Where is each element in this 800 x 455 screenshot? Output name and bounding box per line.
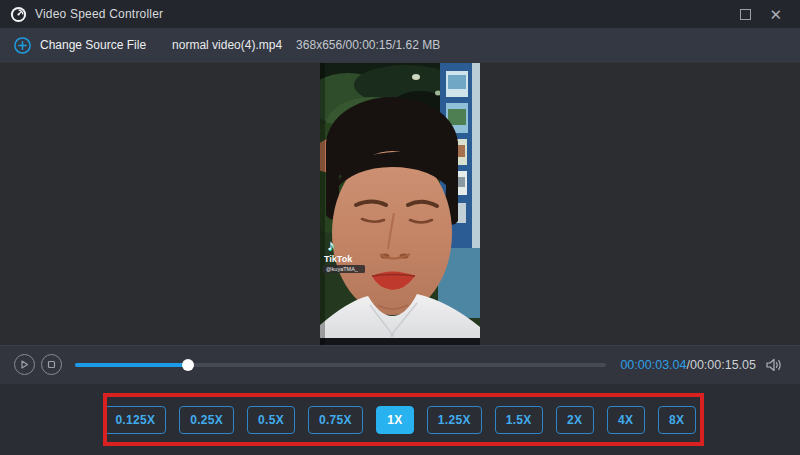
title-bar: Video Speed Controller ✕: [0, 0, 800, 28]
video-preview: ♪ ♪ TikTok @kuyaTMA_: [320, 63, 480, 345]
speed-button-8x[interactable]: 8X: [658, 406, 696, 434]
app-window: Video Speed Controller ✕ Change Source F…: [0, 0, 800, 455]
progress-fill: [75, 363, 188, 367]
source-file-info: 368x656/00:00:15/1.62 MB: [296, 38, 440, 52]
source-filename: normal video(4).mp4: [172, 38, 282, 52]
change-source-button[interactable]: Change Source File: [14, 37, 146, 54]
video-stage: ♪ ♪ TikTok @kuyaTMA_: [0, 62, 800, 345]
speed-button-0.75x[interactable]: 0.75X: [308, 406, 363, 434]
speed-button-1.5x[interactable]: 1.5X: [495, 406, 543, 434]
speed-button-0.25x[interactable]: 0.25X: [179, 406, 234, 434]
progress-bar[interactable]: [75, 363, 606, 367]
speaker-icon: [765, 357, 784, 373]
svg-text:♪: ♪: [327, 236, 335, 253]
toolbar: Change Source File normal video(4).mp4 3…: [0, 28, 800, 62]
speed-button-1x[interactable]: 1X: [376, 406, 414, 434]
total-time: 00:00:15.05: [690, 358, 756, 372]
speed-button-0.125x[interactable]: 0.125X: [104, 406, 166, 434]
stop-button[interactable]: [41, 354, 62, 375]
window-title: Video Speed Controller: [35, 7, 163, 21]
speed-button-2x[interactable]: 2X: [556, 406, 594, 434]
speed-button-0.5x[interactable]: 0.5X: [247, 406, 295, 434]
speed-button-1.25x[interactable]: 1.25X: [427, 406, 482, 434]
play-icon: [20, 360, 29, 369]
time-display: 00:00:03.04/00:00:15.05: [620, 358, 756, 372]
speed-buttons-row: 0.125X0.25X0.5X0.75X1X1.25X1.5X2X4X8X: [104, 406, 695, 434]
speed-panel: 0.125X0.25X0.5X0.75X1X1.25X1.5X2X4X8X: [0, 383, 800, 455]
change-source-label: Change Source File: [40, 38, 146, 52]
video-frame-art: ♪ ♪ TikTok @kuyaTMA_: [320, 63, 480, 345]
watermark-username: @kuyaTMA_: [326, 266, 359, 272]
progress-thumb[interactable]: [182, 359, 194, 371]
playback-controls: 00:00:03.04/00:00:15.05: [0, 345, 800, 383]
maximize-button[interactable]: [740, 9, 751, 20]
play-button[interactable]: [14, 354, 35, 375]
add-circle-icon: [14, 37, 31, 54]
volume-button[interactable]: [765, 357, 784, 373]
app-logo-icon: [10, 6, 27, 23]
current-time: 00:00:03.04: [620, 358, 686, 372]
speed-button-4x[interactable]: 4X: [607, 406, 645, 434]
close-button[interactable]: ✕: [769, 7, 782, 22]
stop-icon: [47, 360, 56, 369]
watermark-brand: TikTok: [324, 254, 353, 264]
